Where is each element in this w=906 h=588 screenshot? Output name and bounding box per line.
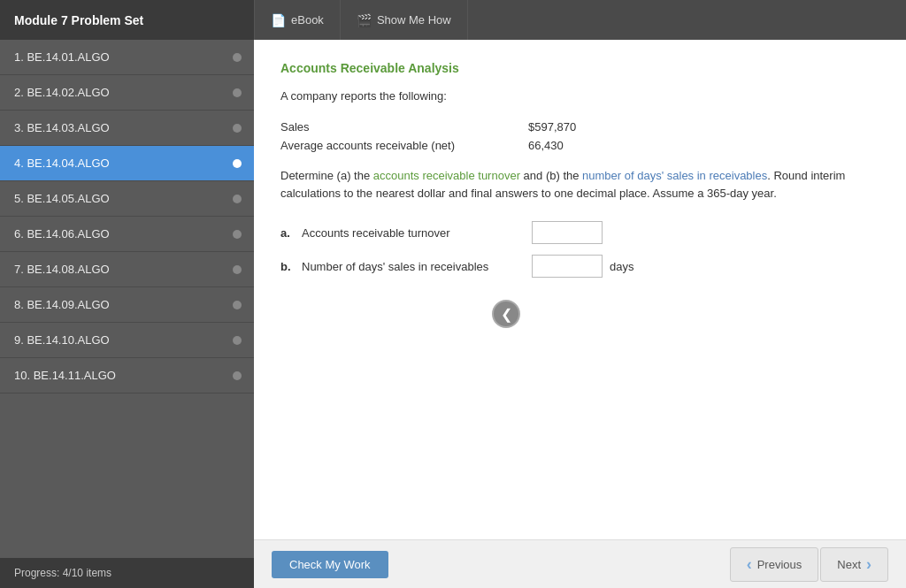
- answer-input-b[interactable]: [532, 255, 603, 278]
- main-area: 1. BE.14.01.ALGO 2. BE.14.02.ALGO 3. BE.…: [0, 40, 906, 588]
- top-tabs: 📄 eBook 🎬 Show Me How: [254, 0, 906, 40]
- sidebar-item-7-dot: [233, 265, 242, 274]
- problem-description: A company reports the following:: [280, 88, 879, 105]
- answer-label-b: Number of days' sales in receivables: [302, 260, 532, 273]
- sidebar-item-1-label: 1. BE.14.01.ALGO: [14, 50, 110, 64]
- chevron-left-nav-icon: ‹: [747, 555, 752, 574]
- showmehow-icon: 🎬: [357, 13, 372, 27]
- instruction-part1: Determine (a) the: [280, 169, 373, 182]
- previous-button[interactable]: ‹ Previous: [730, 547, 819, 582]
- data-value-sales: $597,870: [528, 120, 576, 134]
- answer-input-a[interactable]: [532, 221, 603, 244]
- next-button[interactable]: Next ›: [820, 547, 888, 582]
- sidebar-item-5[interactable]: 5. BE.14.05.ALGO: [0, 181, 254, 217]
- problem-title: Accounts Receivable Analysis: [280, 61, 879, 75]
- chevron-left-icon: ❮: [501, 306, 512, 323]
- sidebar-item-9-dot: [233, 336, 242, 345]
- sidebar-spacer: [0, 393, 254, 558]
- app-container: Module 7 Problem Set 📄 eBook 🎬 Show Me H…: [0, 0, 906, 588]
- nav-buttons: ‹ Previous Next ›: [730, 547, 888, 582]
- sidebar-item-6[interactable]: 6. BE.14.06.ALGO: [0, 217, 254, 252]
- instruction-part2: and (b) the: [520, 169, 582, 182]
- sidebar-item-10-label: 10. BE.14.11.ALGO: [14, 369, 116, 382]
- data-label-ar: Average accounts receivable (net): [280, 139, 528, 152]
- sidebar-item-2-dot: [233, 88, 242, 97]
- content-scroll: Accounts Receivable Analysis A company r…: [254, 40, 906, 539]
- chevron-right-nav-icon: ›: [866, 555, 871, 574]
- sidebar-item-4-label: 4. BE.14.04.ALGO: [14, 157, 110, 170]
- sidebar-item-6-label: 6. BE.14.06.ALGO: [14, 227, 110, 241]
- tab-ebook[interactable]: 📄 eBook: [254, 0, 341, 40]
- data-value-ar: 66,430: [528, 139, 564, 152]
- sidebar-item-2-label: 2. BE.14.02.ALGO: [14, 86, 110, 99]
- sidebar-item-1[interactable]: 1. BE.14.01.ALGO: [0, 40, 254, 75]
- previous-button-label: Previous: [757, 558, 802, 571]
- sidebar-item-3[interactable]: 3. BE.14.03.ALGO: [0, 111, 254, 146]
- sidebar-item-4-dot: [233, 159, 242, 168]
- module-title: Module 7 Problem Set: [0, 0, 254, 40]
- sidebar-item-8-label: 8. BE.14.09.ALGO: [14, 298, 110, 311]
- sidebar-item-5-label: 5. BE.14.05.ALGO: [14, 192, 110, 205]
- data-row-sales: Sales $597,870: [280, 118, 879, 136]
- tab-ebook-label: eBook: [291, 13, 324, 27]
- sidebar-item-6-dot: [233, 230, 242, 239]
- sidebar-item-8[interactable]: 8. BE.14.09.ALGO: [0, 287, 254, 323]
- top-bar: Module 7 Problem Set 📄 eBook 🎬 Show Me H…: [0, 0, 906, 40]
- sidebar-item-10[interactable]: 10. BE.14.11.ALGO: [0, 358, 254, 393]
- content-area: Accounts Receivable Analysis A company r…: [254, 40, 906, 588]
- sidebar-item-4[interactable]: 4. BE.14.04.ALGO: [0, 146, 254, 181]
- sidebar-progress: Progress: 4/10 items: [0, 558, 254, 588]
- sidebar-item-1-dot: [233, 53, 242, 62]
- sidebar-item-3-dot: [233, 124, 242, 133]
- data-row-ar: Average accounts receivable (net) 66,430: [280, 136, 879, 155]
- data-label-sales: Sales: [280, 120, 528, 134]
- sidebar-item-9-label: 9. BE.14.10.ALGO: [14, 333, 110, 347]
- answer-label-a: Accounts receivable turnover: [302, 226, 532, 240]
- sidebar-item-9[interactable]: 9. BE.14.10.ALGO: [0, 323, 254, 358]
- link-ar-turnover[interactable]: accounts receivable turnover: [373, 169, 520, 182]
- data-table: Sales $597,870 Average accounts receivab…: [280, 118, 879, 155]
- sidebar-item-7-label: 7. BE.14.08.ALGO: [14, 263, 110, 276]
- check-my-work-button[interactable]: Check My Work: [272, 551, 388, 578]
- sidebar: 1. BE.14.01.ALGO 2. BE.14.02.ALGO 3. BE.…: [0, 40, 254, 588]
- sidebar-item-10-dot: [233, 371, 242, 380]
- next-button-label: Next: [837, 558, 861, 571]
- bottom-bar: Check My Work ‹ Previous Next ›: [254, 539, 906, 588]
- sidebar-item-7[interactable]: 7. BE.14.08.ALGO: [0, 252, 254, 287]
- answer-row-a: a. Accounts receivable turnover: [280, 221, 879, 244]
- tab-showmehow[interactable]: 🎬 Show Me How: [341, 0, 468, 40]
- sidebar-item-3-label: 3. BE.14.03.ALGO: [14, 121, 110, 134]
- ebook-icon: 📄: [271, 13, 286, 27]
- link-days-sales[interactable]: number of days' sales in receivables: [582, 169, 767, 182]
- tab-showmehow-label: Show Me How: [377, 13, 451, 27]
- sidebar-item-2[interactable]: 2. BE.14.02.ALGO: [0, 75, 254, 111]
- instruction-text: Determine (a) the accounts receivable tu…: [280, 167, 879, 204]
- sidebar-item-5-dot: [233, 195, 242, 203]
- sidebar-item-8-dot: [233, 301, 242, 309]
- answer-letter-b: b.: [280, 260, 295, 273]
- answer-section: a. Accounts receivable turnover b. Numbe…: [280, 221, 879, 278]
- answer-unit-b: days: [610, 260, 633, 273]
- answer-letter-a: a.: [280, 226, 295, 240]
- sidebar-collapse-button[interactable]: ❮: [492, 300, 520, 328]
- answer-row-b: b. Number of days' sales in receivables …: [280, 255, 879, 278]
